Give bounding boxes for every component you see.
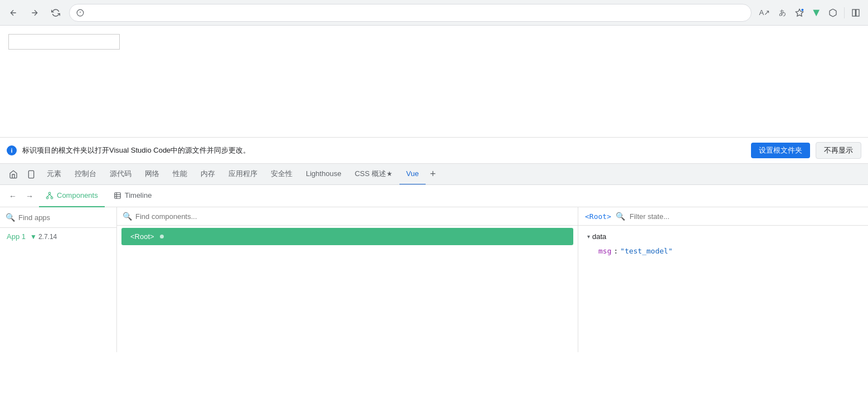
app-list-header: 🔍 ↺ xyxy=(0,207,116,228)
inspect-element-button[interactable] xyxy=(4,168,22,181)
component-tree-panel: 🔍 <Root> xyxy=(117,207,578,352)
info-bar: i 标识项目的根文件夹以打开Visual Studio Code中的源文件并同步… xyxy=(0,137,868,164)
address-bar[interactable]: localhost:8080/pages/vue01.html xyxy=(69,4,752,22)
info-message: 标识项目的根文件夹以打开Visual Studio Code中的源文件并同步更改… xyxy=(22,145,745,155)
state-section-header: ▾ data xyxy=(587,232,859,241)
page-content: test_model xyxy=(0,26,868,137)
tab-memory[interactable]: 内存 xyxy=(194,164,222,185)
tab-elements[interactable]: 元素 xyxy=(40,164,68,185)
state-section-name: data xyxy=(592,232,606,241)
find-apps-input[interactable] xyxy=(18,213,112,222)
pin-icon xyxy=(386,170,393,177)
find-components-input[interactable] xyxy=(135,212,572,221)
browser-toolbar: localhost:8080/pages/vue01.html A↗ あ ▼ xyxy=(0,0,868,26)
svg-point-9 xyxy=(48,192,51,194)
timeline-icon xyxy=(114,192,121,199)
component-search-bar: 🔍 xyxy=(117,207,578,226)
vue-back-button[interactable]: ← xyxy=(6,189,20,203)
search-icon: 🔍 xyxy=(123,212,132,221)
tab-timeline[interactable]: Timeline xyxy=(107,185,159,207)
svg-rect-6 xyxy=(856,9,859,16)
state-root-tag: <Root> xyxy=(585,212,611,221)
reload-button[interactable] xyxy=(48,6,64,20)
collapse-triangle[interactable]: ▾ xyxy=(587,233,590,240)
tab-lighthouse[interactable]: Lighthouse xyxy=(299,164,348,185)
svg-rect-14 xyxy=(114,192,120,198)
app-list-sidebar: 🔍 ↺ App 1 ▼ 2.7.14 xyxy=(0,207,117,352)
root-dot xyxy=(160,235,164,238)
state-search-icon: 🔍 xyxy=(616,212,625,221)
tab-application[interactable]: 应用程序 xyxy=(222,164,264,185)
browser-actions: A↗ あ ▼ xyxy=(757,6,862,20)
state-data-section: ▾ data msg : "test_model" xyxy=(587,232,859,257)
state-data-row: msg : "test_model" xyxy=(587,245,859,257)
split-button[interactable] xyxy=(849,6,862,20)
back-button[interactable] xyxy=(6,6,21,20)
add-tab-button[interactable]: + xyxy=(426,166,441,182)
tab-performance[interactable]: 性能 xyxy=(166,164,194,185)
url-input[interactable]: localhost:8080/pages/vue01.html xyxy=(87,8,744,17)
devtools-tab-bar: 元素 控制台 源代码 网络 性能 内存 应用程序 安全性 Lighthouse … xyxy=(0,164,868,185)
state-panel: <Root> 🔍 ▾ data msg : "test_model" xyxy=(578,207,868,352)
app-name: App 1 xyxy=(7,232,26,241)
svg-rect-5 xyxy=(852,9,855,16)
state-value: "test_model" xyxy=(620,247,672,255)
translate-button[interactable]: あ xyxy=(777,6,788,20)
tab-security[interactable]: 安全性 xyxy=(264,164,299,185)
svg-point-11 xyxy=(51,197,53,199)
info-icon xyxy=(76,9,84,17)
state-filter-input[interactable] xyxy=(630,212,861,221)
search-icon: 🔍 xyxy=(6,213,15,222)
vue-v-icon: ▼ xyxy=(30,233,37,241)
device-toolbar-button[interactable] xyxy=(22,168,40,181)
state-header: <Root> 🔍 xyxy=(578,207,868,226)
forward-button[interactable] xyxy=(27,6,42,20)
svg-point-4 xyxy=(802,8,804,11)
root-component-item[interactable]: <Root> xyxy=(121,228,573,245)
app-version: ▼ 2.7.14 xyxy=(30,233,57,241)
state-body: ▾ data msg : "test_model" xyxy=(578,226,868,268)
tab-network[interactable]: 网络 xyxy=(138,164,166,185)
state-key: msg xyxy=(598,247,611,255)
read-aloud-button[interactable]: A↗ xyxy=(757,6,773,19)
app-list-item[interactable]: App 1 ▼ 2.7.14 xyxy=(0,228,116,245)
svg-line-13 xyxy=(50,194,52,197)
dismiss-button[interactable]: 不再显示 xyxy=(816,142,861,159)
components-icon xyxy=(46,192,53,199)
set-root-folder-button[interactable]: 设置根文件夹 xyxy=(751,143,810,158)
root-component-label: <Root> xyxy=(130,232,154,241)
divider xyxy=(844,7,845,18)
svg-line-12 xyxy=(47,194,50,197)
tab-vue[interactable]: Vue xyxy=(399,164,426,185)
svg-point-10 xyxy=(46,197,48,199)
vue-extension-icon[interactable]: ▼ xyxy=(811,6,822,19)
info-icon: i xyxy=(7,145,17,155)
model-input[interactable]: test_model xyxy=(8,34,120,50)
vue-forward-button[interactable]: → xyxy=(22,189,37,203)
tab-components[interactable]: Components xyxy=(39,185,105,207)
vue-panel-body: 🔍 ↺ App 1 ▼ 2.7.14 🔍 <Root> <Root> 🔍 xyxy=(0,207,868,352)
extensions-button[interactable] xyxy=(826,6,840,20)
tab-css-overview[interactable]: CSS 概述 xyxy=(348,164,399,185)
favorites-button[interactable] xyxy=(793,6,806,20)
vue-panel-tab-bar: ← → Components Timeline xyxy=(0,185,868,207)
tab-console[interactable]: 控制台 xyxy=(68,164,103,185)
tab-sources[interactable]: 源代码 xyxy=(103,164,138,185)
state-colon: : xyxy=(613,247,618,255)
